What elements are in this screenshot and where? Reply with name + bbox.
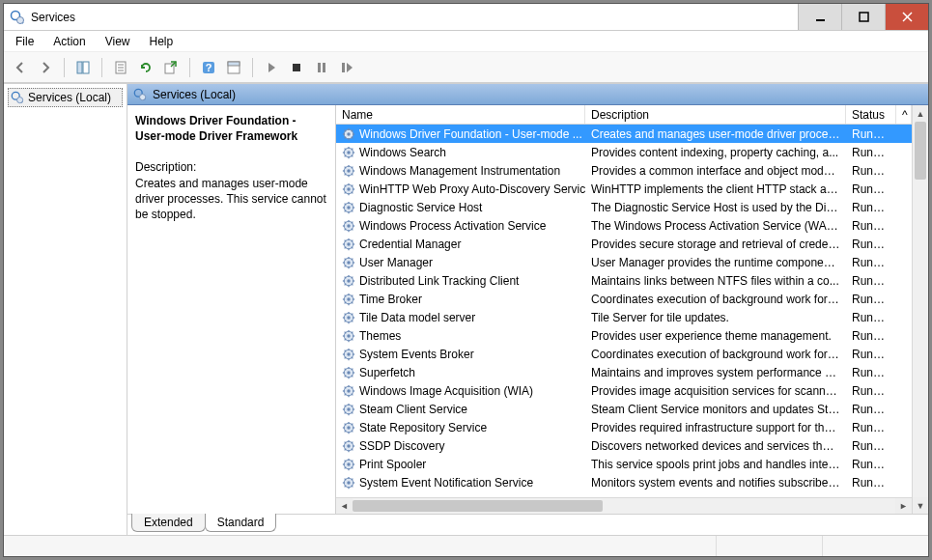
service-row[interactable]: Windows Image Acquisition (WIA)Provides … (336, 381, 912, 400)
maximize-button[interactable] (841, 4, 885, 30)
service-name: Diagnostic Service Host (359, 201, 482, 214)
gear-icon (342, 476, 355, 490)
service-row[interactable]: Tile Data model serverTile Server for ti… (336, 308, 912, 326)
service-name: Steam Client Service (359, 403, 467, 416)
service-name: Windows Image Acquisition (WIA) (359, 384, 533, 398)
menu-file[interactable]: File (8, 33, 42, 50)
service-description: WinHTTP implements the client HTTP stack… (585, 182, 846, 196)
service-name: Windows Process Activation Service (359, 219, 546, 233)
scroll-left-icon[interactable]: ◄ (336, 498, 353, 514)
properties-button[interactable] (110, 57, 131, 78)
service-row[interactable]: WinHTTP Web Proxy Auto-Discovery Service… (336, 180, 912, 198)
service-row[interactable]: SuperfetchMaintains and improves system … (336, 363, 912, 381)
gear-icon (342, 293, 355, 306)
service-row[interactable]: Time BrokerCoordinates execution of back… (336, 290, 912, 308)
gear-icon (342, 182, 355, 196)
service-name: Print Spooler (359, 458, 426, 471)
gear-icon (342, 201, 355, 214)
service-row[interactable]: System Events BrokerCoordinates executio… (336, 345, 912, 363)
help-button[interactable]: ? (198, 57, 219, 78)
service-row[interactable]: Steam Client ServiceSteam Client Service… (336, 400, 912, 418)
gear-icon (342, 311, 355, 324)
service-row[interactable]: State Repository ServiceProvides require… (336, 418, 912, 436)
services-icon (133, 88, 147, 101)
service-description: User Manager provides the runtime compon… (585, 256, 846, 269)
services-list: Name Description Status ^ Windows Driver… (336, 105, 928, 514)
window-title: Services (31, 11, 798, 24)
show-hide-tree-button[interactable] (72, 57, 94, 78)
service-row[interactable]: Windows Management InstrumentationProvid… (336, 161, 912, 180)
pause-service-button[interactable] (311, 57, 332, 78)
tab-standard[interactable]: Standard (205, 514, 277, 532)
svg-rect-29 (318, 63, 321, 72)
menu-view[interactable]: View (98, 33, 138, 50)
tab-extended[interactable]: Extended (131, 514, 206, 532)
svg-rect-18 (83, 62, 89, 73)
gear-icon (342, 421, 355, 434)
service-description: The Windows Process Activation Service (… (585, 219, 846, 233)
service-row[interactable]: ThemesProvides user experience theme man… (336, 326, 912, 345)
service-description: Maintains and improves system performanc… (585, 366, 846, 379)
gear-icon (342, 219, 355, 233)
svg-rect-27 (228, 62, 240, 66)
svg-rect-30 (323, 63, 325, 72)
service-description: Provides user experience theme managemen… (585, 329, 846, 343)
service-row[interactable]: Credential ManagerProvides secure storag… (336, 235, 912, 253)
service-row[interactable]: Diagnostic Service HostThe Diagnostic Se… (336, 198, 912, 216)
back-button[interactable] (10, 57, 31, 78)
column-description[interactable]: Description (585, 105, 846, 124)
service-name: System Event Notification Service (359, 476, 533, 490)
scroll-right-icon[interactable]: ► (895, 498, 912, 514)
service-status: Running (846, 201, 896, 214)
refresh-button[interactable] (135, 57, 156, 78)
stop-service-button[interactable] (286, 57, 307, 78)
tree-item-services-local[interactable]: Services (Local) (8, 88, 123, 107)
service-status: Running (846, 348, 896, 361)
service-description: Provides a common interface and object m… (585, 164, 846, 178)
view-tabs: Extended Standard (127, 514, 928, 535)
service-row[interactable]: Windows Process Activation ServiceThe Wi… (336, 216, 912, 235)
service-row[interactable]: System Event Notification ServiceMonitor… (336, 473, 912, 491)
service-description: Monitors system events and notifies subs… (585, 476, 846, 490)
close-button[interactable] (885, 4, 928, 30)
menu-action[interactable]: Action (45, 33, 93, 50)
gear-icon (342, 384, 355, 398)
service-row[interactable]: Distributed Link Tracking ClientMaintain… (336, 271, 912, 290)
service-row[interactable]: Windows Driver Foundation - User-mode ..… (336, 125, 912, 143)
services-window: Services File Action View Help ? (3, 3, 929, 557)
svg-rect-14 (860, 13, 868, 21)
vertical-scrollbar[interactable]: ▲ ▼ (912, 105, 928, 514)
services-icon (11, 91, 24, 104)
service-name: Tile Data model server (359, 311, 475, 324)
column-headers: Name Description Status ^ (336, 105, 912, 125)
horizontal-scrollbar[interactable]: ◄ ► (336, 497, 912, 514)
column-status[interactable]: Status (846, 105, 896, 124)
service-status: Running (846, 476, 896, 490)
action-pane-button[interactable] (223, 57, 244, 78)
service-row[interactable]: SSDP DiscoveryDiscovers networked device… (336, 436, 912, 455)
start-service-button[interactable] (261, 57, 282, 78)
svg-rect-31 (342, 63, 345, 72)
minimize-button[interactable] (798, 4, 841, 30)
column-name[interactable]: Name (336, 105, 585, 124)
scroll-up-icon[interactable]: ▲ (913, 105, 928, 122)
service-description: Maintains links between NTFS files withi… (585, 274, 846, 288)
service-row[interactable]: Windows SearchProvides content indexing,… (336, 143, 912, 161)
titlebar[interactable]: Services (4, 4, 928, 31)
scroll-down-icon[interactable]: ▼ (913, 497, 928, 514)
gear-icon (342, 274, 355, 288)
restart-service-button[interactable] (336, 57, 357, 78)
export-button[interactable] (160, 57, 182, 78)
column-overflow[interactable]: ^ (896, 105, 912, 124)
service-name: Credential Manager (359, 238, 461, 251)
service-description: Tile Server for tile updates. (585, 311, 846, 324)
service-description: Provides content indexing, property cach… (585, 146, 846, 159)
service-row[interactable]: Print SpoolerThis service spools print j… (336, 455, 912, 473)
forward-button[interactable] (35, 57, 56, 78)
service-status: Running (846, 458, 896, 471)
service-row[interactable]: User ManagerUser Manager provides the ru… (336, 253, 912, 271)
menu-help[interactable]: Help (142, 33, 182, 50)
gear-icon (342, 146, 355, 159)
service-status: Running (846, 219, 896, 233)
service-name: SSDP Discovery (359, 439, 444, 453)
